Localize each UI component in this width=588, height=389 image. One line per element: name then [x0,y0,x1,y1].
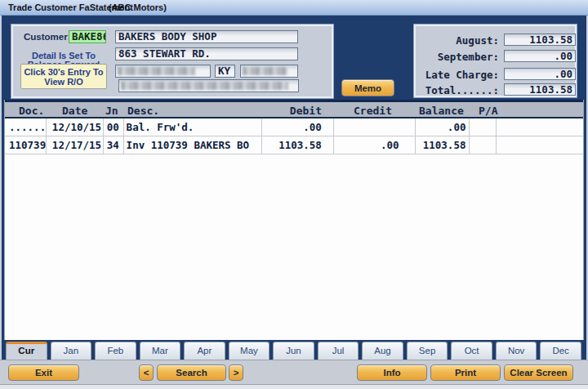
cell-balance: 1103.58 [416,136,470,154]
customer-label: Customer: [24,32,71,42]
cell-doc: ...... [5,118,47,136]
customer-panel: Customer: BAKE86 BAKERS BODY SHOP 863 ST… [11,25,333,98]
col-header-pa: P/A [479,105,497,117]
table-row[interactable]: 110739 12/17/15 34 Inv 110739 BAKERS BO … [5,136,583,154]
customer-zip-field[interactable] [240,65,298,78]
month2-amount-field[interactable]: .00 [504,50,576,62]
col-header-date: Date [62,105,87,117]
col-header-credit: Credit [354,105,392,117]
tab-jan[interactable]: Jan [51,342,92,360]
total-label: Total......: [425,84,499,96]
cell-credit: .00 [334,136,416,154]
app-window: Trade Customer FaStatement (ABC Motors) … [0,0,588,389]
cell-credit [334,118,416,136]
tab-oct[interactable]: Oct [451,342,492,360]
redacted-city-text [118,67,195,75]
print-button[interactable]: Print [430,364,501,381]
title-bar: Trade Customer FaStatement (ABC Motors) [0,0,588,16]
tab-apr[interactable]: Apr [184,342,225,360]
memo-button[interactable]: Memo [341,79,394,96]
redacted-zip-text [243,67,287,75]
tab-cur[interactable]: Cur [6,342,47,360]
cell-pa [470,136,497,154]
customer-code-field[interactable]: BAKE86 [69,30,106,43]
next-arrow-button[interactable]: > [229,364,243,381]
cell-pa [470,118,497,136]
cell-jn: 00 [104,118,124,136]
late-charge-label: Late Charge: [425,69,499,81]
month-tab-strip: Cur Jan Feb Mar Apr May Jun Jul Aug Sep … [6,342,581,360]
cell-debit: 1103.58 [262,136,334,154]
tab-dec[interactable]: Dec [540,342,581,360]
hint-line2: View R/O [44,77,82,87]
hint-line1: Click 30's Entry To [24,67,103,77]
cell-spacer [497,118,583,136]
tab-nov[interactable]: Nov [496,342,537,360]
tab-jun[interactable]: Jun [273,342,314,360]
cell-jn: 34 [104,136,124,154]
tab-may[interactable]: May [229,342,270,360]
col-header-balance: Balance [419,105,464,117]
window-subtitle: (ABC Motors) [109,2,167,12]
customer-state-field[interactable]: KY [215,65,235,78]
tab-aug[interactable]: Aug [362,342,403,360]
month1-label: August: [456,34,499,47]
tab-jul[interactable]: Jul [318,342,359,360]
cell-balance: .00 [416,118,470,136]
window-frame-bottom [0,384,588,389]
statement-table: Doc. Date Jn Desc. Debit Credit Balance … [4,100,584,340]
customer-phone-field[interactable] [118,79,299,92]
clear-screen-button[interactable]: Clear Screen [504,364,573,381]
exit-button[interactable]: Exit [8,364,79,381]
col-header-doc: Doc. [19,105,44,117]
search-button[interactable]: Search [157,364,226,381]
cell-date: 12/17/15 [47,136,104,154]
month1-amount-field[interactable]: 1103.58 [504,34,576,46]
window-frame-left [0,16,2,384]
cell-debit: .00 [262,118,334,136]
tab-feb[interactable]: Feb [95,342,136,360]
prev-arrow-button[interactable]: < [139,364,154,381]
col-header-jn: Jn [105,105,118,117]
cell-desc: Inv 110739 BAKERS BO [124,136,262,154]
redacted-phone-text [121,82,288,90]
tab-sep[interactable]: Sep [407,342,448,360]
cell-desc: Bal. Frw'd. [124,118,262,136]
hint-box[interactable]: Click 30's Entry To View R/O [20,64,107,89]
cell-date: 12/10/15 [47,118,104,136]
table-header-row: Doc. Date Jn Desc. Debit Credit Balance … [5,100,583,118]
col-header-desc: Desc. [127,105,159,117]
customer-address-field[interactable]: 863 STEWART RD. [115,47,298,60]
info-button[interactable]: Info [357,364,427,381]
bottom-button-bar: Exit < Search > Info Print Clear Screen [0,360,588,384]
cell-doc: 110739 [5,136,47,154]
table-row[interactable]: ...... 12/10/15 00 Bal. Frw'd. .00 .00 [5,118,583,136]
totals-panel: August: 1103.58 September: .00 Late Char… [414,25,577,97]
col-header-debit: Debit [290,105,322,117]
late-charge-amount-field[interactable]: .00 [504,68,576,80]
tab-mar[interactable]: Mar [140,342,181,360]
total-amount-field[interactable]: 1103.58 [504,83,576,96]
month2-label: September: [438,51,499,63]
cell-spacer [497,136,583,154]
customer-city-field[interactable] [115,65,211,78]
customer-name-field[interactable]: BAKERS BODY SHOP [115,30,298,43]
